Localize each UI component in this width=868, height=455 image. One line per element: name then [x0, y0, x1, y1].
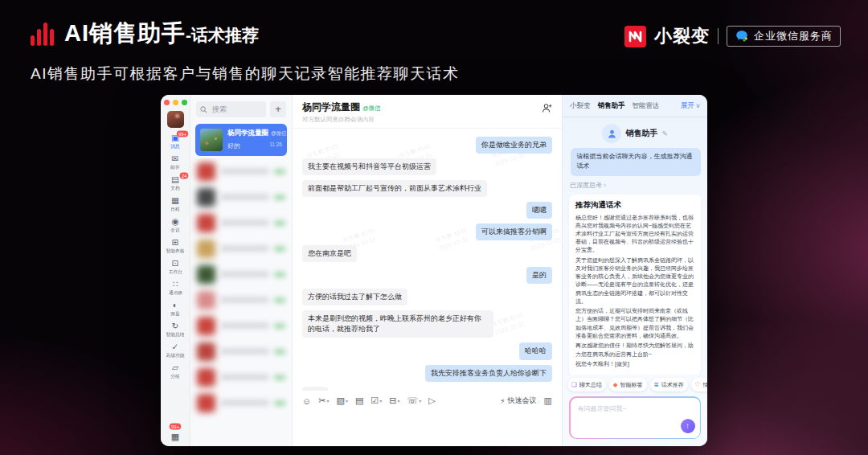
zoom-button[interactable]	[182, 100, 187, 105]
chip-smart-tags[interactable]: ◆智能标签	[609, 378, 647, 391]
search-input[interactable]	[211, 105, 262, 114]
chat-list-item-blurred[interactable]	[190, 390, 292, 416]
tab-smart-radar[interactable]: 智能雷达	[633, 101, 660, 111]
file-icon[interactable]: ▤	[355, 396, 363, 406]
sidebar-item-mail[interactable]: ✉ 邮件	[161, 152, 190, 173]
send-button[interactable]: ↑	[681, 419, 695, 433]
side-panel-toggle-icon[interactable]: ▥	[544, 396, 552, 406]
emoji-icon[interactable]: ☺	[302, 396, 311, 406]
apps-grid-icon[interactable]: ▦	[171, 432, 179, 442]
message-row: 可以来搞推客分销啊	[293, 223, 562, 240]
sidebar-item-groups[interactable]: ▱ 分组	[161, 361, 190, 382]
message-row: 你是做啥业务的兄弟	[293, 137, 562, 154]
image-icon[interactable]: ▧▾	[336, 396, 347, 406]
minimize-button[interactable]	[173, 100, 178, 105]
chat-list-item-blurred[interactable]	[190, 313, 292, 338]
bottom-unread-badge: 99+	[170, 423, 181, 429]
message-bubble: 嗯嗯	[526, 202, 552, 219]
mail-icon: ✉	[172, 154, 179, 163]
blurred-name	[220, 297, 269, 303]
chat-list-item-blurred[interactable]	[190, 210, 292, 236]
blurred-avatar	[197, 265, 215, 284]
search-input-wrap[interactable]	[196, 101, 266, 117]
blurred-avatar	[197, 214, 215, 232]
sidebar-item-messages[interactable]: ▣ 消息 99+	[161, 131, 190, 152]
sidebar-item-drive[interactable]: ◐ 微盘	[161, 298, 190, 319]
edit-icon[interactable]: ✎	[661, 129, 667, 137]
call-icon[interactable]: ☏▾	[407, 396, 421, 406]
conversation-header: 杨同学流量圈 @微信 对方默认同意存档会话内容	[293, 95, 562, 129]
wechat-source-tag: @微信	[362, 105, 381, 113]
folder-icon[interactable]: ⊟▾	[389, 396, 399, 406]
sidebar-item-docs[interactable]: ▤ 文档 24	[161, 173, 190, 194]
quick-action-chips: ❑聊天总结 ◆智能标签 ≣话术推荐 ♡情感分析	[563, 375, 707, 396]
sidebar-item-smart-sheet[interactable]: ⊞ 智能表格	[161, 236, 190, 256]
ai-question-input[interactable]	[576, 403, 698, 437]
tab-xiaoliebian[interactable]: 小裂变	[570, 101, 591, 111]
blurred-name	[220, 400, 269, 406]
tag-label-icon: ◆	[613, 381, 618, 388]
sidebar-bottom[interactable]: 99+ ▦	[169, 423, 182, 446]
chip-script-recommend[interactable]: ≣话术推荐	[650, 378, 688, 391]
heart-icon: ♡	[695, 381, 701, 388]
expand-button[interactable]: 展开˅	[681, 101, 700, 111]
sidebar-item-calendar[interactable]: ▦ 日程	[161, 194, 190, 215]
blurred-name	[220, 219, 269, 226]
chat-list-blurred	[190, 158, 292, 446]
message-row: 我主要在视频号和抖音等平台初级运营	[293, 158, 562, 175]
video-message-icon[interactable]: ▷	[428, 396, 435, 406]
app-sidebar: ▣ 消息 99+ ✉ 邮件 ▤ 文档 24 ▦ 日程 ◉ 会议 ⊞ 智能表格 ⊡…	[161, 95, 190, 446]
card-title: 推荐沟通话术	[575, 200, 694, 211]
message-row: 您在南京是吧	[293, 245, 562, 262]
message-bubble: 你是做啥业务的兄弟	[476, 137, 552, 154]
add-chat-button[interactable]: +	[270, 101, 286, 117]
message-input-area[interactable]	[293, 409, 562, 446]
add-member-button[interactable]	[542, 100, 552, 117]
message-row: 前面都是帮助工厂起号宣传的，前面从事艺术涂料行业	[293, 180, 562, 197]
table-icon: ⊞	[172, 238, 179, 247]
chat-list-item-blurred[interactable]	[190, 364, 292, 390]
chat-avatar	[200, 129, 223, 151]
drive-icon: ◐	[173, 301, 178, 309]
lightning-icon: ⚡	[500, 397, 505, 405]
tab-sales-assistant[interactable]: 销售助手	[598, 101, 625, 111]
message-bubble: 是的	[526, 267, 552, 284]
chat-list-item-blurred[interactable]	[190, 287, 292, 313]
deep-think-toggle[interactable]: 已深度思考 ›	[569, 181, 701, 190]
tag-icon: ▱	[172, 363, 178, 372]
wecom-badge-label: 企业微信服务商	[754, 29, 833, 43]
sidebar-item-workbench[interactable]: ⊡ 工作台	[161, 256, 190, 277]
xiaoliebian-lightning-icon	[624, 26, 646, 47]
chat-list-item-blurred[interactable]	[190, 184, 292, 210]
blurred-tag	[274, 297, 285, 303]
chip-sentiment[interactable]: ♡情感分析	[691, 378, 707, 391]
message-scroll-area[interactable]: 张东鹏 8145 2025-10-31张东鹏 8145 2025-10-31张东…	[293, 129, 562, 391]
chat-list-item-selected[interactable]: 杨同学流量圈 @微信 好的 11:26	[195, 124, 287, 156]
sidebar-item-contacts[interactable]: ∷ 通讯录	[161, 277, 190, 298]
chip-chat-summary[interactable]: ❑聊天总结	[567, 378, 606, 391]
sidebar-item-meeting[interactable]: ◉ 会议	[161, 215, 190, 236]
card-paragraph: 再次感谢您的信任！期待尽快为您解答疑问，助力您在腾讯系的运营再上台阶~	[575, 342, 694, 358]
close-button[interactable]	[164, 100, 170, 105]
chat-list-item-blurred[interactable]	[190, 261, 292, 287]
blurred-avatar	[197, 368, 215, 387]
chat-list-item-blurred[interactable]	[190, 338, 292, 364]
chat-time: 11:26	[269, 141, 282, 150]
wecom-provider-badge: 企业微信服务商	[727, 26, 841, 47]
screenshot-icon[interactable]: ✂▾	[318, 396, 329, 406]
message-row: 哈哈哈	[293, 342, 562, 359]
sidebar-item-advanced[interactable]: ✓ 高级功能	[161, 340, 190, 361]
company-brand: 小裂变 企业微信服务商	[624, 24, 841, 48]
wecom-icon	[735, 29, 749, 43]
chat-list-item-blurred[interactable]	[190, 236, 292, 261]
blurred-avatar	[197, 394, 215, 412]
blurred-avatar	[197, 342, 215, 361]
sidebar-item-smart-summary[interactable]: ↻ 智能总结	[161, 319, 190, 340]
quick-meeting-button[interactable]: ⚡ 快速会议	[500, 396, 536, 406]
todo-icon[interactable]: ☑▾	[371, 396, 382, 406]
page-title-suffix: -话术推荐	[186, 26, 259, 44]
window-controls[interactable]	[164, 100, 187, 105]
user-avatar[interactable]	[167, 111, 184, 128]
chat-list-item-blurred[interactable]	[190, 158, 292, 184]
blurred-avatar	[197, 317, 215, 335]
